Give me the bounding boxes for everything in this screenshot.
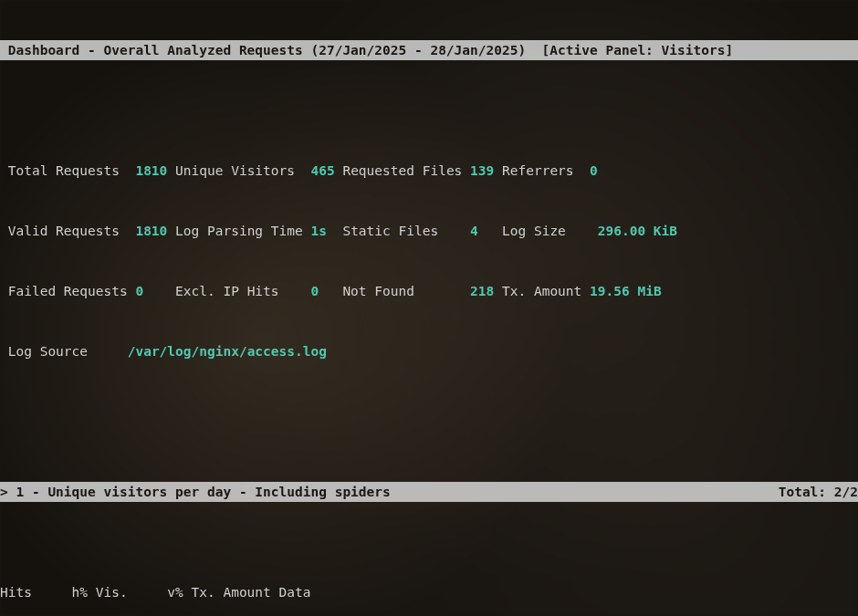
referrers-label: Referrers (494, 163, 590, 178)
log-parse-label: Log Parsing Time (167, 224, 310, 238)
stats-row-4: Log Source /var/log/nginx/access.log (0, 341, 858, 361)
static-files-label: Static Files (327, 224, 470, 238)
log-size-label: Log Size (478, 224, 598, 238)
excl-ip-label: Excl. IP Hits (143, 284, 310, 298)
unique-visitors-value: 465 (310, 163, 334, 178)
blank-line (0, 542, 858, 562)
total-requests-label: Total Requests (0, 163, 135, 178)
log-source-label: Log Source (0, 344, 128, 359)
log-source-value: /var/log/nginx/access.log (128, 344, 327, 359)
panel-visitors-header[interactable]: > 1 - Unique visitors per day - Includin… (0, 482, 858, 502)
tx-amount-value: 19.56 MiB (590, 284, 662, 298)
log-size-value: 296.00 KiB (598, 224, 677, 238)
log-parse-value: 1s (310, 224, 326, 238)
dashboard-header: Dashboard - Overall Analyzed Requests (2… (0, 40, 858, 60)
static-files-value: 4 (470, 224, 478, 238)
requested-files-value: 139 (470, 163, 494, 178)
failed-requests-label: Failed Requests (0, 284, 135, 298)
stats-row-2: Valid Requests 1810 Log Parsing Time 1s … (0, 221, 858, 241)
requested-files-label: Requested Files (335, 163, 470, 178)
tx-amount-label: Tx. Amount (494, 284, 590, 298)
excl-ip-value: 0 (310, 284, 319, 298)
blank-line (0, 80, 858, 100)
blank-line (0, 402, 858, 422)
panel-visitors-total: Total: 2/2 (779, 482, 858, 502)
panel-visitors-columns: Hits h% Vis. v% Tx. Amount Data (0, 582, 858, 602)
referrers-value: 0 (590, 163, 598, 178)
not-found-value: 218 (470, 284, 494, 298)
failed-requests-value: 0 (135, 284, 143, 298)
panel-visitors-title: > 1 - Unique visitors per day - Includin… (0, 485, 391, 499)
terminal-root: Dashboard - Overall Analyzed Requests (2… (0, 0, 858, 616)
valid-requests-label: Valid Requests (0, 224, 135, 238)
valid-requests-value: 1810 (135, 224, 167, 238)
unique-visitors-label: Unique Visitors (167, 163, 310, 178)
not-found-label: Not Found (319, 284, 470, 298)
stats-row-1: Total Requests 1810 Unique Visitors 465 … (0, 161, 858, 181)
stats-row-3: Failed Requests 0 Excl. IP Hits 0 Not Fo… (0, 281, 858, 301)
total-requests-value: 1810 (135, 163, 167, 178)
